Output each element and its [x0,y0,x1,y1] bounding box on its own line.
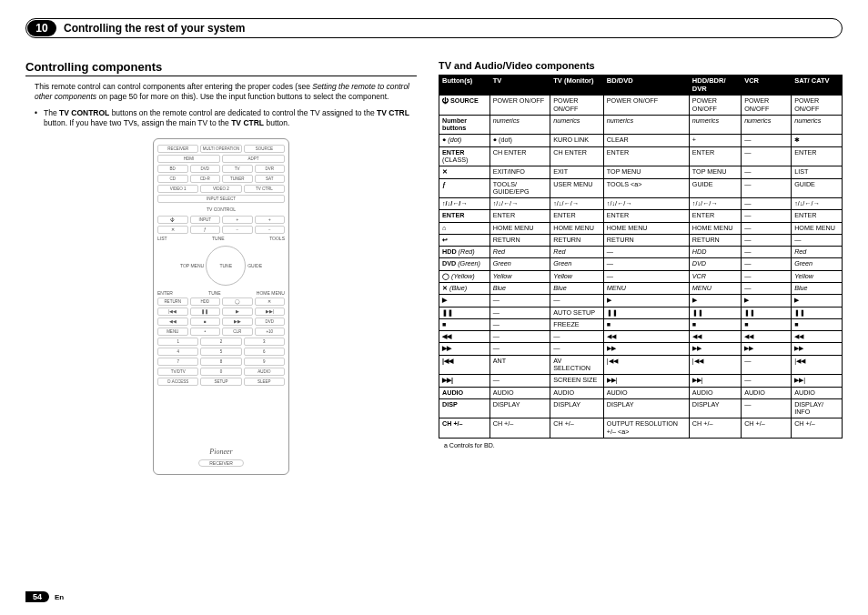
button-name-cell: AUDIO [439,387,490,398]
function-cell: — [550,343,604,355]
function-table: Button(s)TVTV (Monitor)BD/DVDHDD/BDR/ DV… [439,75,843,439]
function-cell: ENTER [689,146,741,166]
function-cell: TOP MENU [689,166,741,178]
function-cell: — [742,398,792,418]
chapter-title: Controlling the rest of your system [64,22,245,35]
button-name-cell: ❚❚ [439,307,490,318]
table-row: ▶▶——▶▶▶▶▶▶▶▶ [439,343,843,355]
function-cell: POWER ON/OFF [689,96,741,116]
function-cell: — [742,166,792,178]
function-cell: Red [792,247,843,258]
function-cell: Blue [550,283,604,295]
receiver-label: RECEIVER [198,459,244,467]
function-cell: DVD [689,258,741,270]
function-cell: MENU [689,283,741,295]
function-cell: RETURN [689,234,741,246]
button-name-cell: ✕ [439,166,490,178]
function-cell: ■ [742,318,792,330]
function-cell: AV SELECTION [550,355,604,375]
function-cell: — [603,270,689,282]
function-cell: Green [490,258,550,270]
page-language: En [55,593,64,601]
function-cell: GUIDE [689,178,741,198]
function-cell: |◀◀ [603,355,689,375]
function-cell: DISPLAY [689,398,741,418]
function-cell: ❚❚ [603,307,689,318]
function-cell: ENTER [689,210,741,222]
function-cell: ▶▶| [792,375,843,387]
button-name-cell: DVD (Green) [439,258,490,270]
function-cell: — [742,210,792,222]
function-cell: ✱ [792,135,843,146]
table-row: ƒTOOLS/ GUIDE/EPGUSER MENUTOOLS <a>GUIDE… [439,178,843,198]
table-header: SAT/ CATV [792,76,843,96]
button-name-cell: ▶▶ [439,343,490,355]
function-cell: GUIDE [792,178,843,198]
function-cell: Red [490,247,550,258]
remote-illustration: RECEIVERMULTI OPERATIONSOURCE HDMIADPT B… [153,138,289,475]
function-cell: AUDIO [603,387,689,398]
table-row: ◯ (Yellow)YellowYellow—VCR—Yellow [439,270,843,282]
function-cell: ▶ [603,295,689,307]
function-cell: SCREEN SIZE [550,375,604,387]
page-footer: 54 En [25,591,64,602]
function-cell: CH +/– [689,418,741,439]
table-row: |◀◀ANTAV SELECTION|◀◀|◀◀—|◀◀ [439,355,843,375]
table-row: ↑/↓/←/→↑/↓/←/→↑/↓/←/→↑/↓/←/→↑/↓/←/→—↑/↓/… [439,198,843,210]
function-cell: — [550,295,604,307]
function-cell: numerics [792,115,843,135]
function-cell: ENTER [490,210,550,222]
function-cell: — [490,375,550,387]
function-cell: LIST [792,166,843,178]
button-name-cell: Number buttons [439,115,490,135]
table-row: DVD (Green)GreenGreen—DVD—Green [439,258,843,270]
function-cell: ▶ [792,295,843,307]
section-heading: Controlling components [25,60,417,76]
function-cell: AUDIO [792,387,843,398]
right-column: TV and Audio/Video components Button(s)T… [439,60,843,475]
function-cell: — [742,355,792,375]
function-cell: AUDIO [490,387,550,398]
table-row: ▶▶|—SCREEN SIZE▶▶|▶▶|—▶▶| [439,375,843,387]
function-cell: CLEAR [603,135,689,146]
table-row: ● (dot)● (dot)KURO LINKCLEAR+—✱ [439,135,843,146]
function-cell: ▶▶ [742,343,792,355]
function-cell: HOME MENU [792,222,843,234]
table-row: ⌂HOME MENUHOME MENUHOME MENUHOME MENU—HO… [439,222,843,234]
function-cell: Yellow [550,270,604,282]
function-cell: ENTER [603,146,689,166]
function-cell: HOME MENU [603,222,689,234]
function-cell: ▶▶ [603,343,689,355]
function-cell: DISPLAY [490,398,550,418]
function-cell: DISPLAY [603,398,689,418]
function-cell: ENTER [603,210,689,222]
function-cell: DISPLAY/ INFO [792,398,843,418]
button-name-cell: ⌂ [439,222,490,234]
table-row: ◀◀——◀◀◀◀◀◀◀◀ [439,331,843,343]
function-cell: ↑/↓/←/→ [792,198,843,210]
chapter-number: 10 [27,20,56,36]
button-name-cell: ↑/↓/←/→ [439,198,490,210]
function-cell: POWER ON/OFF [550,96,604,116]
function-cell: AUDIO [689,387,741,398]
function-cell: |◀◀ [689,355,741,375]
function-cell: ↑/↓/←/→ [490,198,550,210]
button-name-cell: ▶ [439,295,490,307]
button-name-cell: ■ [439,318,490,330]
function-cell: ANT [490,355,550,375]
button-name-cell: |◀◀ [439,355,490,375]
function-cell: POWER ON/OFF [792,96,843,116]
function-cell: HOME MENU [689,222,741,234]
function-cell: ❚❚ [689,307,741,318]
table-row: ▶——▶▶▶▶ [439,295,843,307]
function-cell: CH +/– [742,418,792,439]
function-cell: HDD [689,247,741,258]
table-row: ✕ (Blue)BlueBlueMENUMENU—Blue [439,283,843,295]
function-cell: Blue [490,283,550,295]
brand-logo: Pioneer [157,448,285,456]
button-name-cell: ENTER (CLASS) [439,146,490,166]
function-cell: ▶▶| [603,375,689,387]
function-cell: numerics [742,115,792,135]
table-row: ⏻ SOURCEPOWER ON/OFFPOWER ON/OFFPOWER ON… [439,96,843,116]
button-name-cell: ↩ [439,234,490,246]
